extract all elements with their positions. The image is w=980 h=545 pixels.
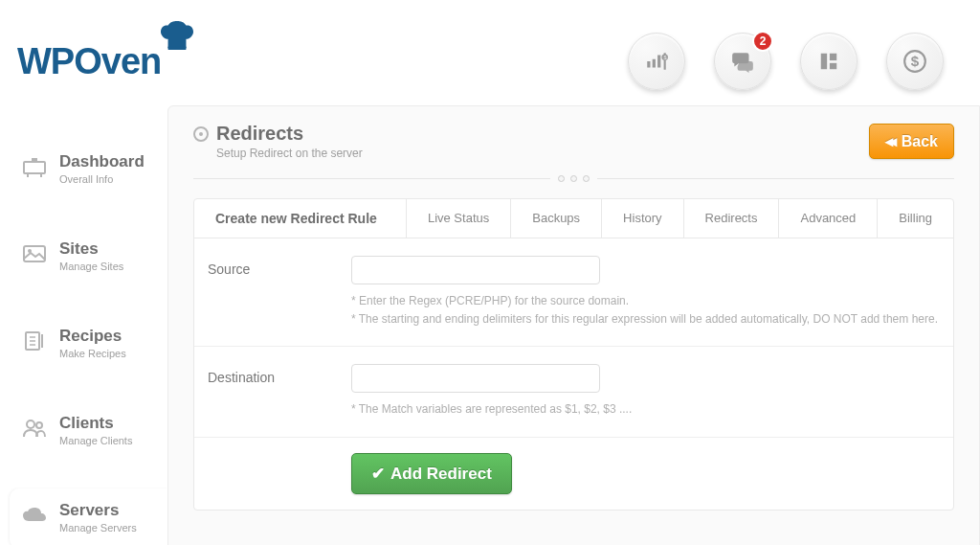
messages-icon[interactable]: 2 [714,33,771,90]
clients-icon [19,415,50,442]
destination-hint: * The Match variables are represented as… [351,400,940,419]
logo[interactable]: WPOven [17,41,197,82]
form-row-source: Source * Enter the Regex (PCRE/PHP) for … [194,238,953,347]
servers-icon [19,502,50,529]
chef-hat-icon [159,19,195,56]
svg-text:$: $ [664,55,667,60]
sidebar-item-sub: Overall Info [59,173,113,185]
dollar-icon[interactable]: $ [886,33,944,90]
check-icon: ✔ [371,465,385,483]
sidebar-item-title: Sites [59,240,123,257]
dashboard-icon [19,153,50,180]
content: Redirects Setup Redirect on the server ◂… [167,105,980,545]
sidebar-item-recipes[interactable]: Recipes Make Recipes [10,314,167,375]
rewind-icon: ◂◂ [885,133,893,149]
tab-live-status[interactable]: Live Status [407,199,511,238]
notification-badge: 2 [752,31,773,52]
svg-rect-4 [830,54,836,60]
svg-rect-18 [41,334,43,348]
back-button[interactable]: ◂◂ Back [869,124,954,159]
sidebar-item-sub: Make Recipes [59,348,126,359]
tab-billing[interactable]: Billing [878,199,953,238]
sidebar-item-sites[interactable]: Sites Manage Sites [10,227,167,287]
tab-redirects[interactable]: Redirects [684,199,780,238]
source-hint-2: * The starting and ending delimiters for… [351,310,940,329]
sidebar-item-title: Recipes [59,328,126,344]
svg-rect-8 [24,162,45,173]
tab-history[interactable]: History [602,199,683,238]
page-title: Redirects [216,124,363,143]
tab-backups[interactable]: Backups [511,199,602,238]
destination-label: Destination [208,364,351,419]
svg-text:$: $ [911,53,920,69]
add-label: Add Redirect [390,465,492,483]
panel: Create new Redirect Rule Live Status Bac… [193,198,954,511]
svg-point-19 [27,420,34,428]
billing-icon[interactable]: $ [628,33,685,90]
sidebar: Dashboard Overall Info Sites Manage Site… [10,105,167,545]
sidebar-item-title: Dashboard [59,153,145,170]
redirects-icon [193,126,209,142]
sidebar-item-title: Servers [59,502,137,518]
destination-input[interactable] [351,364,600,393]
sidebar-item-sub: Manage Sites [59,261,123,272]
sidebar-item-servers[interactable]: Servers Manage Servers [10,488,167,545]
svg-rect-9 [32,158,37,162]
divider [193,173,954,183]
header: WPOven $ 2 [0,0,980,105]
svg-point-20 [36,422,42,428]
header-icons: $ 2 $ [628,33,944,90]
add-redirect-button[interactable]: ✔Add Redirect [351,453,512,494]
sites-icon [19,240,50,267]
form-row-destination: Destination * The Match variables are re… [194,347,953,437]
back-label: Back [902,133,938,149]
sidebar-item-title: Clients [59,415,132,431]
page-subtitle: Setup Redirect on the server [216,147,363,160]
tab-advanced[interactable]: Advanced [779,199,878,238]
sidebar-item-dashboard[interactable]: Dashboard Overall Info [10,140,167,200]
panel-tabs: Create new Redirect Rule Live Status Bac… [194,199,953,238]
panel-title: Create new Redirect Rule [194,199,407,238]
source-label: Source [208,256,351,329]
svg-point-22 [199,132,203,136]
recipes-icon [19,328,50,354]
svg-rect-5 [830,63,836,69]
sidebar-item-clients[interactable]: Clients Manage Clients [10,401,167,462]
source-input[interactable] [351,256,600,284]
svg-rect-12 [24,246,45,261]
sidebar-item-sub: Manage Servers [59,522,137,534]
sidebar-item-sub: Manage Clients [59,435,132,446]
source-hint-1: * Enter the Regex (PCRE/PHP) for the sou… [351,292,940,310]
svg-rect-3 [821,54,827,70]
brand-text: WPOven [17,41,161,82]
svg-rect-0 [168,46,187,50]
grid-icon[interactable] [800,33,858,90]
